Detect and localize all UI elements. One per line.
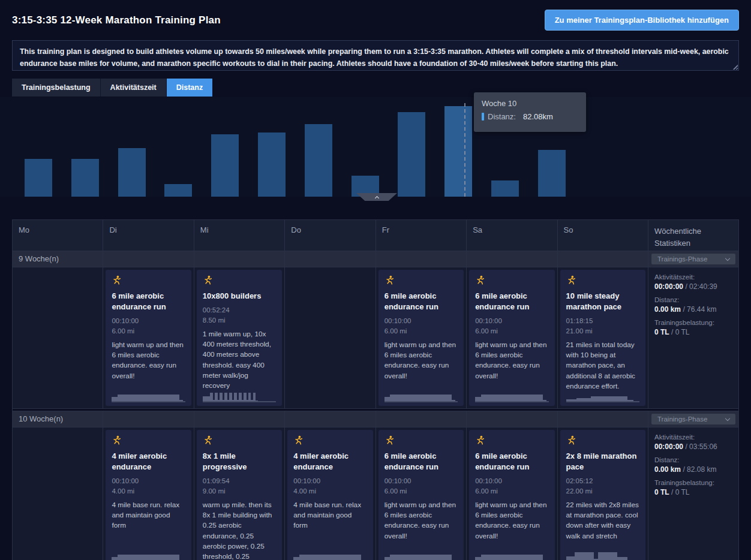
plan-description-textarea[interactable]: This training plan is designed to build … bbox=[12, 40, 739, 71]
workout-profile-graph bbox=[384, 544, 458, 560]
workout-card[interactable]: 6 mile aerobic endurance run00:10:006.00… bbox=[469, 430, 554, 560]
week-header-cell bbox=[285, 251, 376, 267]
workout-profile-graph bbox=[384, 384, 458, 402]
bar-woche-3[interactable] bbox=[118, 148, 146, 197]
bar-woche-5[interactable] bbox=[211, 134, 239, 197]
bar-woche-6[interactable] bbox=[258, 133, 286, 197]
workout-card[interactable]: 6 mile aerobic endurance run00:10:006.00… bbox=[469, 270, 554, 406]
tab-trainingsbelastung[interactable]: Trainingsbelastung bbox=[12, 79, 101, 97]
activity-time-total: / 02:40:39 bbox=[683, 282, 717, 291]
workout-duration: 00:52:24 bbox=[203, 305, 276, 315]
activity-time-label: Aktivitätszeit: bbox=[654, 273, 732, 281]
workout-card[interactable]: 6 mile aerobic endurance run00:10:006.00… bbox=[378, 270, 464, 406]
bar-woche-12[interactable] bbox=[538, 150, 566, 197]
day-header-mi: Mi bbox=[194, 220, 285, 251]
trainings-phase-label: Trainings-Phase bbox=[657, 416, 707, 423]
week-header-cell bbox=[558, 411, 648, 427]
workout-description: 21 miles in total today with 10 being at… bbox=[566, 340, 639, 392]
workout-distance: 6.00 mi bbox=[384, 486, 458, 496]
workout-card[interactable]: 10 mile steady marathon pace01:18:1521.0… bbox=[560, 270, 645, 406]
workout-card[interactable]: 6 mile aerobic endurance run00:10:006.00… bbox=[378, 430, 464, 560]
bar-woche-10[interactable] bbox=[444, 106, 472, 197]
chart-metric-tabs: TrainingsbelastungAktivitätszeitDistanz bbox=[12, 79, 739, 97]
workout-distance: 6.00 mi bbox=[475, 486, 548, 496]
workout-description: 1 mile warm up, 10x 400 meters threshold… bbox=[203, 329, 276, 392]
workout-duration: 02:05:12 bbox=[566, 476, 639, 486]
day-header-di: Di bbox=[103, 220, 194, 251]
chevron-down-icon bbox=[725, 255, 730, 260]
activity-time-done: 00:00:00 bbox=[654, 442, 683, 451]
workout-card[interactable]: 2x 8 mile marathon pace02:05:1222.00 mi2… bbox=[560, 430, 645, 560]
week-content-row: 4 miler aerobic endurance00:10:004.00 mi… bbox=[13, 427, 738, 560]
activity-time-total: / 03:55:06 bbox=[683, 442, 717, 451]
runner-icon bbox=[112, 275, 185, 286]
week-header-row: 9 Woche(n)Trainings-Phase bbox=[13, 251, 738, 267]
training-load-label: Trainingsbelastung: bbox=[654, 479, 732, 486]
chevron-down-icon bbox=[725, 416, 730, 420]
bar-woche-11[interactable] bbox=[491, 180, 519, 197]
activity-time-label: Aktivitätszeit: bbox=[654, 433, 732, 441]
workout-card[interactable]: 8x 1 mile progressive01:09:549.00 miwarm… bbox=[197, 430, 282, 560]
workout-title: 6 mile aerobic endurance run bbox=[112, 291, 185, 312]
week-header-cell bbox=[467, 251, 557, 267]
weekly-distance-chart: Woche 10 Distanz: 82.08km bbox=[0, 97, 751, 197]
bar-woche-4[interactable] bbox=[164, 184, 192, 197]
activity-time-done: 00:00:00 bbox=[654, 282, 683, 291]
phase-cell: Trainings-Phase bbox=[648, 411, 738, 427]
bar-woche-2[interactable] bbox=[71, 159, 99, 197]
chart-collapse-handle[interactable] bbox=[356, 193, 397, 201]
workout-description: light warm up and then 6 miles aerobic e… bbox=[475, 500, 548, 541]
day-cell-empty bbox=[13, 267, 103, 409]
runner-icon bbox=[566, 275, 639, 286]
weekly-stats-header: Wöchentliche Statistiken bbox=[648, 220, 738, 251]
distance-done: 0.00 km bbox=[654, 305, 681, 314]
resize-grip-icon[interactable] bbox=[732, 64, 738, 70]
workout-profile-graph bbox=[566, 544, 639, 560]
workout-profile-graph bbox=[475, 384, 548, 402]
workout-duration: 00:10:00 bbox=[293, 476, 367, 486]
workout-duration: 00:10:00 bbox=[112, 316, 185, 326]
day-header-do: Do bbox=[285, 220, 376, 251]
workout-card[interactable]: 4 miler aerobic endurance00:10:004.00 mi… bbox=[106, 430, 191, 560]
trainings-phase-dropdown[interactable]: Trainings-Phase bbox=[651, 414, 735, 424]
training-load-value: 0 TL / 0 TL bbox=[654, 328, 732, 336]
weekly-stats-cell: Aktivitätszeit:00:00:00 / 02:40:39Distan… bbox=[648, 267, 738, 409]
week-header-cell bbox=[194, 411, 285, 427]
workout-title: 2x 8 mile marathon pace bbox=[566, 451, 639, 472]
distance-label: Distanz: bbox=[654, 296, 732, 303]
chevron-up-icon bbox=[374, 195, 378, 200]
bar-woche-7[interactable] bbox=[305, 124, 332, 197]
week-label: 10 Woche(n) bbox=[13, 411, 103, 427]
tab-distanz[interactable]: Distanz bbox=[167, 79, 212, 97]
day-cell: 4 miler aerobic endurance00:10:004.00 mi… bbox=[103, 427, 194, 560]
phase-cell: Trainings-Phase bbox=[648, 251, 738, 267]
day-cell: 6 mile aerobic endurance run00:10:006.00… bbox=[467, 267, 557, 409]
workout-description: 4 mile base run. relax and maintain good… bbox=[293, 500, 367, 531]
workout-card[interactable]: 6 mile aerobic endurance run00:10:006.00… bbox=[106, 270, 191, 406]
bar-woche-1[interactable] bbox=[25, 159, 52, 197]
trainings-phase-dropdown[interactable]: Trainings-Phase bbox=[651, 254, 735, 264]
workout-card[interactable]: 10x800 builders00:52:248.50 mi1 mile war… bbox=[197, 270, 282, 406]
training-load-total: / 0 TL bbox=[669, 328, 690, 336]
series-color-marker-icon bbox=[482, 113, 484, 121]
tooltip-metric-value: 82.08km bbox=[523, 112, 553, 121]
workout-distance: 4.00 mi bbox=[112, 486, 185, 496]
workout-description: 4 mile base run. relax and maintain good… bbox=[112, 500, 185, 531]
page-header: 3:15-3:35 12-Week Marathon Training Plan… bbox=[0, 0, 751, 38]
add-to-library-button[interactable]: Zu meiner Trainingsplan-Bibliothek hinzu… bbox=[545, 10, 739, 31]
week-header-cell bbox=[376, 411, 467, 427]
training-load-value: 0 TL / 0 TL bbox=[654, 488, 732, 496]
workout-distance: 8.50 mi bbox=[203, 315, 276, 326]
day-cell: 8x 1 mile progressive01:09:549.00 miwarm… bbox=[194, 427, 285, 560]
day-cell-empty bbox=[285, 267, 376, 409]
bar-woche-9[interactable] bbox=[398, 112, 425, 197]
workout-profile-graph bbox=[112, 544, 185, 560]
day-header-so: So bbox=[558, 220, 648, 251]
training-load-done: 0 TL bbox=[654, 488, 669, 496]
workout-card[interactable]: 4 miler aerobic endurance00:10:004.00 mi… bbox=[287, 430, 373, 560]
week-content-row: 6 mile aerobic endurance run00:10:006.00… bbox=[13, 267, 738, 409]
runner-icon bbox=[293, 435, 367, 446]
runner-icon bbox=[475, 275, 548, 286]
day-cell: 10 mile steady marathon pace01:18:1521.0… bbox=[558, 267, 648, 409]
tab-aktivitätszeit[interactable]: Aktivitätszeit bbox=[101, 79, 167, 97]
